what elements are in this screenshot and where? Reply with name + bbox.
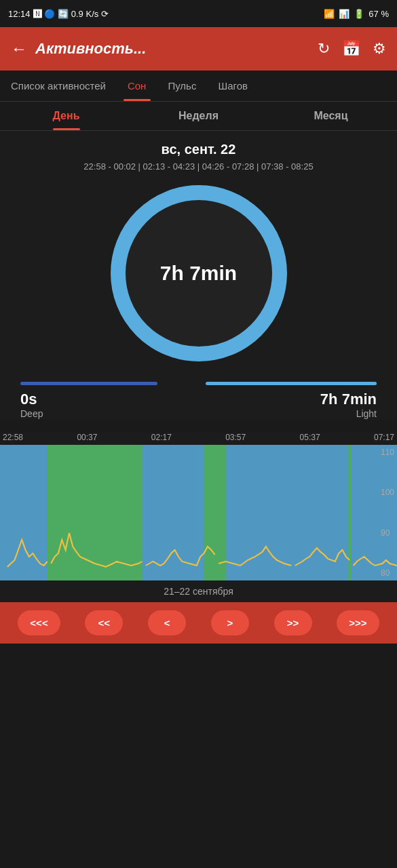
bottom-nav: <<< << < > >> >>> [0, 602, 397, 644]
status-right: 📶 📊 🔋 67 % [324, 9, 389, 19]
status-time: 12:14 [8, 9, 31, 19]
nav-next-button[interactable]: > [211, 610, 249, 635]
time-slots: 22:58 - 00:02 | 02:13 - 04:23 | 04:26 - … [14, 161, 383, 172]
light-sleep-label: Light [206, 408, 377, 419]
chart-y-labels: 110 100 90 80 [381, 445, 394, 580]
sleep-circle: 7h 7min [111, 185, 287, 361]
battery-icon: 🔋 [354, 9, 364, 19]
deep-sleep-label: Deep [20, 408, 191, 419]
light-sleep-bar [206, 382, 377, 385]
tab-steps[interactable]: Шагов [207, 71, 259, 101]
time-label-4: 05:37 [300, 433, 320, 442]
chart-wrapper: 110 100 90 80 [0, 445, 397, 580]
tab-sleep[interactable]: Сон [117, 71, 157, 101]
y-label-110: 110 [381, 448, 394, 457]
sleep-stats: 0s Deep 7h 7min Light [14, 382, 383, 419]
sub-tab-month[interactable]: Месяц [265, 102, 397, 130]
sub-tab-nav: День Неделя Месяц [0, 102, 397, 131]
y-label-90: 90 [381, 528, 394, 538]
time-label-5: 07:17 [374, 433, 394, 442]
nav-prev-button[interactable]: < [148, 610, 186, 635]
app-header: ← Активность... ↻ 📅 ⚙ [0, 27, 397, 71]
chart-section: 22:58 00:37 02:17 03:57 05:37 07:17 [0, 433, 397, 602]
main-content: вс, сент. 22 22:58 - 00:02 | 02:13 - 04:… [0, 131, 397, 419]
deep-sleep-value: 0s [20, 391, 191, 408]
nav-prev-prev-button[interactable]: << [85, 610, 123, 635]
status-extra: ⟳ [101, 9, 109, 19]
settings-button[interactable]: ⚙ [373, 40, 386, 58]
time-label-3: 03:57 [225, 433, 246, 442]
time-label-2: 02:17 [151, 433, 172, 442]
status-left: 12:14 🅽 🔵 🔄 0.9 K/s ⟳ [8, 9, 109, 19]
status-bar: 12:14 🅽 🔵 🔄 0.9 K/s ⟳ 📶 📊 🔋 67 % [0, 0, 397, 27]
nav-next-next-button[interactable]: >> [274, 610, 312, 635]
top-tab-nav: Список активностей Сон Пульс Шагов [0, 71, 397, 102]
chart-time-labels: 22:58 00:37 02:17 03:57 05:37 07:17 [0, 433, 397, 442]
status-speed: 0.9 K/s [71, 9, 98, 19]
sleep-circle-container: 7h 7min [14, 185, 383, 361]
wifi-icon: 📶 [324, 9, 335, 19]
header-actions: ↻ 📅 ⚙ [318, 40, 386, 58]
sub-tab-week[interactable]: Неделя [132, 102, 265, 130]
svg-rect-2 [204, 445, 226, 580]
y-label-80: 80 [381, 568, 394, 578]
header-title: Активность... [35, 40, 309, 58]
svg-rect-1 [48, 445, 143, 580]
chart-date-label: 21–22 сентября [0, 580, 397, 602]
tab-pulse[interactable]: Пульс [157, 71, 207, 101]
time-label-1: 00:37 [77, 433, 97, 442]
sleep-duration: 7h 7min [160, 262, 237, 285]
refresh-button[interactable]: ↻ [318, 40, 330, 58]
deep-sleep-bar [20, 382, 157, 385]
battery-percent: 67 % [368, 9, 389, 19]
nav-last-button[interactable]: >>> [337, 610, 379, 635]
nav-first-button[interactable]: <<< [18, 610, 60, 635]
time-label-0: 22:58 [3, 433, 23, 442]
sub-tab-day[interactable]: День [0, 102, 132, 130]
chart-svg [0, 445, 397, 580]
tab-activity-list[interactable]: Список активностей [0, 71, 117, 101]
deep-sleep-stat: 0s Deep [20, 382, 191, 419]
status-icons: 🅽 🔵 🔄 [33, 9, 69, 19]
y-label-100: 100 [381, 488, 394, 497]
light-sleep-value: 7h 7min [206, 391, 377, 408]
back-button[interactable]: ← [11, 39, 27, 58]
calendar-button[interactable]: 📅 [342, 40, 360, 58]
signal-icon: 📊 [339, 9, 349, 19]
date-title: вс, сент. 22 [14, 142, 383, 157]
light-sleep-stat: 7h 7min Light [206, 382, 377, 419]
